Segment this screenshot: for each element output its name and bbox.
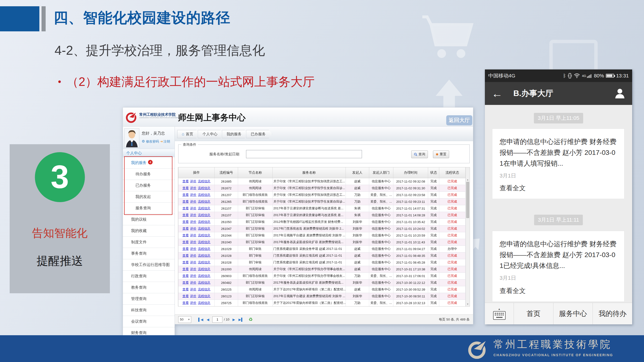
- phone-tab-首页[interactable]: 首页: [514, 303, 554, 324]
- action-link-查看[interactable]: 查看: [182, 294, 189, 298]
- action-link-评价[interactable]: 评价: [190, 260, 196, 264]
- breadcrumb-tab-个人中心[interactable]: 个人中心: [198, 130, 224, 138]
- action-link-评价[interactable]: 评价: [190, 281, 196, 284]
- sidebar-item-事务查询[interactable]: 事务查询: [123, 248, 174, 259]
- table-scrollbar[interactable]: ▲ ▼: [466, 167, 470, 306]
- page-size-select[interactable]: 50 ▾: [178, 316, 191, 323]
- action-link-查看[interactable]: 查看: [182, 274, 189, 278]
- action-link-查看[interactable]: 查看: [182, 200, 189, 203]
- action-link-查看[interactable]: 查看: [182, 227, 189, 230]
- action-link-流程信息[interactable]: 流程信息: [198, 260, 210, 264]
- action-link-流程信息[interactable]: 流程信息: [198, 206, 210, 210]
- sidebar-item-我的服务[interactable]: 我的服务4: [123, 157, 174, 169]
- action-link-评价[interactable]: 评价: [190, 240, 196, 244]
- action-link-查看[interactable]: 查看: [182, 206, 189, 210]
- query-input[interactable]: [246, 150, 362, 158]
- action-link-评价[interactable]: 评价: [190, 267, 196, 271]
- sidebar-item-服务查询[interactable]: 服务查询: [123, 202, 174, 214]
- action-link-评价[interactable]: 评价: [190, 294, 196, 298]
- refresh-icon[interactable]: ♻: [248, 317, 252, 322]
- scrollbar-thumb[interactable]: [466, 182, 469, 218]
- scroll-up-icon[interactable]: ▲: [466, 179, 470, 181]
- action-link-流程信息[interactable]: 流程信息: [198, 220, 210, 224]
- view-full-link[interactable]: 查看全文: [500, 184, 526, 192]
- action-link-评价[interactable]: 评价: [190, 247, 196, 251]
- sidebar-item-教务查询[interactable]: 教务查询: [123, 282, 174, 293]
- action-link-查看[interactable]: 查看: [182, 267, 189, 271]
- action-link-评价[interactable]: 评价: [190, 206, 196, 210]
- sidebar-item-待办服务[interactable]: 待办服务: [123, 169, 174, 180]
- action-link-评价[interactable]: 评价: [190, 180, 196, 183]
- action-link-流程信息[interactable]: 流程信息: [198, 267, 210, 271]
- action-link-流程信息[interactable]: 流程信息: [198, 254, 210, 257]
- sidebar-item-管理查询[interactable]: 管理查询: [123, 293, 174, 305]
- scroll-down-icon[interactable]: ▼: [466, 303, 470, 305]
- action-link-查看[interactable]: 查看: [182, 180, 189, 183]
- action-link-评价[interactable]: 评价: [190, 254, 196, 257]
- action-link-流程信息[interactable]: 流程信息: [198, 240, 210, 244]
- action-link-评价[interactable]: 评价: [190, 186, 196, 190]
- action-link-查看[interactable]: 查看: [182, 247, 189, 251]
- action-link-流程信息[interactable]: 流程信息: [198, 200, 210, 203]
- action-link-评价[interactable]: 评价: [190, 193, 196, 196]
- change-password-link[interactable]: 修改密码: [146, 140, 159, 143]
- action-link-查看[interactable]: 查看: [182, 193, 189, 196]
- action-link-查看[interactable]: 查看: [182, 233, 189, 237]
- action-link-评价[interactable]: 评价: [190, 200, 196, 203]
- action-link-流程信息[interactable]: 流程信息: [198, 186, 210, 190]
- logout-link[interactable]: 注销: [164, 140, 170, 143]
- action-link-流程信息[interactable]: 流程信息: [198, 193, 210, 196]
- action-link-查看[interactable]: 查看: [182, 254, 189, 257]
- view-full-link[interactable]: 查看全文: [500, 287, 526, 295]
- sidebar-item-科技查询[interactable]: 科技查询: [123, 305, 174, 316]
- sidebar-item-我的收藏[interactable]: 我的收藏: [123, 225, 174, 237]
- last-page-button[interactable]: ▶▌: [238, 318, 244, 322]
- action-link-评价[interactable]: 评价: [190, 233, 196, 237]
- sidebar-item-我的发起[interactable]: 我的发起: [123, 191, 174, 202]
- prev-page-button[interactable]: ◀: [207, 318, 209, 322]
- back-arrow-icon[interactable]: ←: [492, 88, 503, 99]
- action-link-流程信息[interactable]: 流程信息: [198, 213, 210, 217]
- breadcrumb-tab-首页[interactable]: ⌂首页: [177, 130, 200, 138]
- user-icon[interactable]: [614, 88, 626, 99]
- breadcrumb-tab-已办服务[interactable]: 已办服务: [246, 130, 272, 138]
- action-link-评价[interactable]: 评价: [190, 227, 196, 230]
- reset-button[interactable]: ✱ 重置: [433, 151, 449, 158]
- action-link-评价[interactable]: 评价: [190, 287, 196, 291]
- sidebar-item-会议查询[interactable]: 会议查询: [123, 316, 174, 327]
- return-hall-button[interactable]: 返回大厅: [446, 115, 472, 125]
- action-link-查看[interactable]: 查看: [182, 281, 189, 284]
- search-button[interactable]: 查询: [411, 151, 428, 158]
- next-page-button[interactable]: ▶: [232, 318, 235, 322]
- action-link-查看[interactable]: 查看: [182, 260, 189, 264]
- action-link-评价[interactable]: 评价: [190, 213, 196, 217]
- action-link-查看[interactable]: 查看: [182, 186, 189, 190]
- action-link-流程信息[interactable]: 流程信息: [198, 227, 210, 230]
- action-link-评价[interactable]: 评价: [190, 220, 196, 224]
- page-input[interactable]: [212, 316, 222, 323]
- sidebar-item-制度文件[interactable]: 制度文件: [123, 237, 174, 248]
- action-link-流程信息[interactable]: 流程信息: [198, 281, 210, 284]
- action-link-查看[interactable]: 查看: [182, 220, 189, 224]
- sidebar-item-行政查询[interactable]: 行政查询: [123, 271, 174, 282]
- action-link-查看[interactable]: 查看: [182, 240, 189, 244]
- phone-tab-我的待办[interactable]: 我的待办: [593, 303, 632, 324]
- sidebar-item-学校工作运行思维导图[interactable]: 学校工作运行思维导图: [123, 259, 174, 271]
- action-link-查看[interactable]: 查看: [182, 287, 189, 291]
- sidebar-section-personal[interactable]: 个人中心: [123, 149, 174, 157]
- action-link-评价[interactable]: 评价: [190, 274, 196, 278]
- sidebar-item-我的议核[interactable]: 我的议核: [123, 214, 174, 225]
- action-link-流程信息[interactable]: 流程信息: [198, 247, 210, 251]
- message-card[interactable]: 您申请的信息中心运行维护费 财务经费报销——不含差旅费 赵小芳 2017-03-…: [492, 231, 624, 302]
- action-link-查看[interactable]: 查看: [182, 301, 189, 305]
- action-link-流程信息[interactable]: 流程信息: [198, 287, 210, 291]
- phone-tab-服务中心[interactable]: 服务中心: [554, 303, 593, 324]
- breadcrumb-tab-我的服务[interactable]: 我的服务: [222, 130, 248, 138]
- action-link-流程信息[interactable]: 流程信息: [198, 233, 210, 237]
- message-card[interactable]: 您申请的信息中心运行维护费 财务经费报销——不含差旅费 赵小芳 2017-03-…: [492, 129, 624, 199]
- action-link-流程信息[interactable]: 流程信息: [198, 274, 210, 278]
- action-link-流程信息[interactable]: 流程信息: [198, 180, 210, 183]
- action-link-流程信息[interactable]: 流程信息: [198, 301, 210, 305]
- action-link-评价[interactable]: 评价: [190, 301, 196, 305]
- sidebar-item-已办服务[interactable]: 已办服务: [123, 180, 174, 191]
